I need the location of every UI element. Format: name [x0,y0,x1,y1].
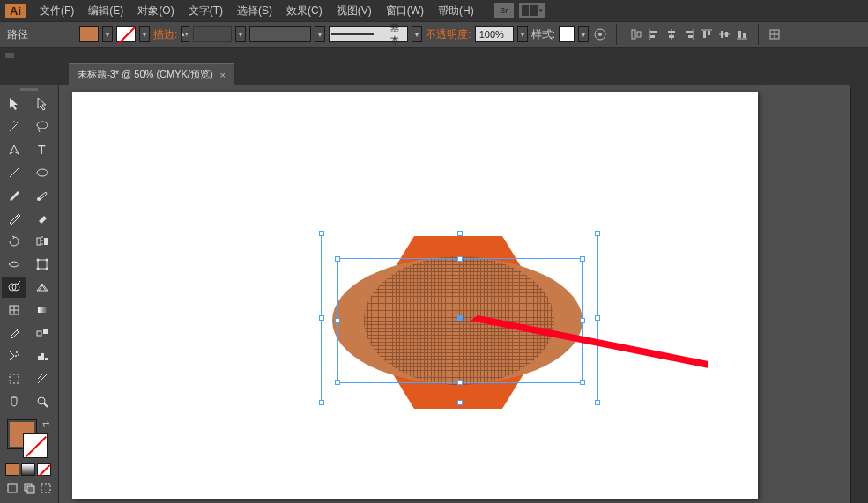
draw-inside-icon[interactable] [38,479,53,497]
blob-brush-tool[interactable] [30,185,55,206]
type-tool[interactable]: T [30,139,55,160]
svg-rect-21 [725,32,728,37]
column-graph-tool[interactable] [30,345,55,366]
stroke-swatch[interactable] [116,26,136,42]
draw-normal-icon[interactable] [5,479,20,497]
stroke-weight-dropdown[interactable]: ▾ [235,26,246,42]
free-transform-tool[interactable] [30,254,55,275]
paintbrush-tool[interactable] [2,185,26,206]
lasso-tool[interactable] [30,116,55,137]
swap-fill-stroke-icon[interactable]: ⇄ [42,419,49,429]
close-tab-icon[interactable]: × [220,70,226,80]
gradient-tool[interactable] [30,300,55,321]
menu-help[interactable]: 帮助(H) [431,1,481,21]
fill-swatch[interactable] [79,26,99,42]
menu-type[interactable]: 文字(T) [182,1,230,21]
gradient-mode-btn[interactable] [21,463,35,476]
brush-dropdown[interactable]: ▾ [412,26,422,42]
align-right-icon[interactable] [681,26,697,42]
bridge-icon[interactable]: Br [494,3,514,18]
stroke-weight-input[interactable] [193,26,232,42]
eraser-tool[interactable] [30,208,55,229]
align-group [628,26,750,42]
pen-tool[interactable] [2,139,26,160]
symbol-sprayer-tool[interactable] [2,345,26,366]
mesh-tool[interactable] [2,300,26,321]
document-tab-title: 未标题-3* @ 50% (CMYK/预览) [78,68,213,81]
graphic-style-swatch[interactable] [559,26,575,42]
magic-wand-tool[interactable] [2,116,26,137]
graphic-style-dropdown[interactable]: ▾ [578,26,589,42]
align-to-selection-icon[interactable] [628,26,644,42]
toolbox-grip[interactable] [20,88,38,91]
fill-dropdown[interactable]: ▾ [102,26,113,42]
stroke-label: 描边: [153,27,177,42]
fill-stroke-indicator[interactable]: ⇄ [4,418,55,460]
document-tab[interactable]: 未标题-3* @ 50% (CMYK/预览) × [69,63,234,85]
svg-rect-60 [27,486,34,493]
canvas[interactable] [59,85,868,503]
panel-handle[interactable] [5,53,14,58]
stroke-dropdown[interactable]: ▾ [139,26,150,42]
color-mode-btn[interactable] [5,463,19,476]
svg-point-31 [37,169,48,176]
none-mode-btn[interactable] [37,463,51,476]
stroke-profile[interactable] [249,26,311,42]
svg-rect-59 [25,484,32,491]
menu-file[interactable]: 文件(F) [33,1,81,21]
stroke-weight-stepper[interactable]: ▴▾ [181,26,189,42]
svg-rect-15 [688,35,693,38]
svg-point-38 [46,259,48,262]
stroke-profile-dropdown[interactable]: ▾ [315,26,325,42]
line-tool[interactable] [2,162,26,183]
zoom-tool[interactable] [30,391,55,412]
menu-edit[interactable]: 编辑(E) [81,1,130,21]
brush-definition[interactable]: 基本 [329,26,408,42]
right-panel-dock[interactable] [850,85,868,503]
pencil-tool[interactable] [2,208,26,229]
svg-rect-52 [38,356,41,360]
blend-tool[interactable] [30,322,55,344]
arrange-documents-icon[interactable]: ▾ [519,3,545,18]
eyedropper-tool[interactable] [2,322,26,344]
align-top-icon[interactable] [699,26,715,42]
svg-rect-46 [38,307,47,313]
stroke-color-swatch[interactable] [23,433,48,458]
control-bar: 路径 ▾ ▾ 描边: ▴▾ ▾ ▾ 基本 ▾ 不透明度: 100% ▾ 样式: … [0,21,868,48]
align-hcenter-icon[interactable] [664,26,679,42]
menu-select[interactable]: 选择(S) [230,1,279,21]
shape-builder-tool[interactable] [2,277,26,298]
perspective-grid-tool[interactable] [30,277,55,298]
opacity-label: 不透明度: [426,27,471,42]
svg-text:T: T [38,143,46,157]
align-left-icon[interactable] [646,26,662,42]
menu-view[interactable]: 视图(V) [330,1,379,21]
opacity-dropdown[interactable]: ▾ [517,26,528,42]
selection-tool[interactable] [2,93,26,115]
svg-line-57 [44,403,48,407]
reflect-tool[interactable] [30,231,55,252]
width-tool[interactable] [2,254,26,275]
align-bottom-icon[interactable] [734,26,750,42]
menu-object[interactable]: 对象(O) [130,1,181,21]
sub-header [0,48,868,63]
menu-window[interactable]: 窗口(W) [379,1,431,21]
menu-effect[interactable]: 效果(C) [279,1,330,21]
svg-rect-17 [703,31,706,38]
svg-rect-9 [650,35,655,38]
draw-behind-icon[interactable] [22,479,37,497]
hand-tool[interactable] [2,391,26,412]
align-vcenter-icon[interactable] [716,26,732,42]
svg-rect-20 [721,31,723,38]
svg-rect-23 [738,31,741,38]
ellipse-tool[interactable] [30,162,55,183]
slice-tool[interactable] [30,368,55,389]
svg-rect-1 [530,5,538,16]
rotate-tool[interactable] [2,231,26,252]
svg-point-40 [46,268,48,270]
direct-selection-tool[interactable] [30,93,55,115]
transform-panel-icon[interactable] [767,26,783,42]
recolor-icon[interactable] [592,26,608,42]
opacity-input[interactable]: 100% [475,26,514,42]
artboard-tool[interactable] [2,368,26,389]
